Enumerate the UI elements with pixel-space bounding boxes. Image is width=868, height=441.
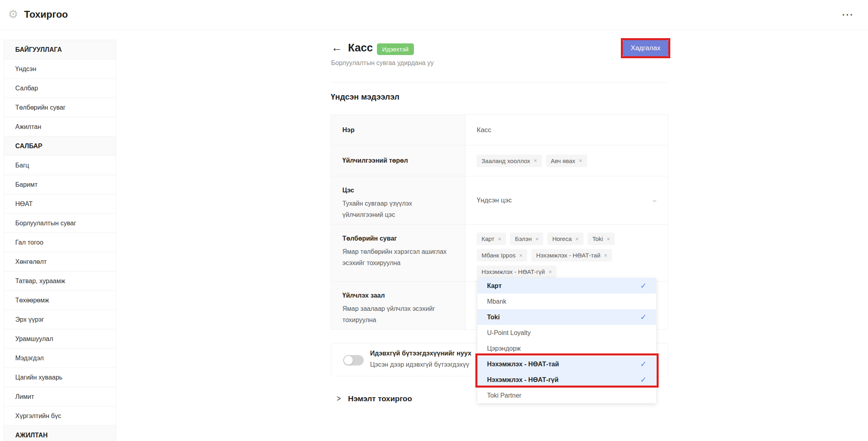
form-row-service-type: Үйлчилгээний төрөл Зааланд хооллох×Авч я… bbox=[331, 145, 668, 176]
menu-select-value[interactable]: Үндсэн цэс bbox=[477, 196, 512, 204]
sidebar-item[interactable]: Цагийн хуваарь bbox=[4, 368, 116, 387]
status-badge: Идэвхтэй bbox=[377, 43, 414, 55]
dropdown-option-label: Toki Partner bbox=[487, 392, 521, 399]
sidebar-item[interactable]: Борлуулалтын суваг bbox=[4, 214, 116, 233]
dropdown-option[interactable]: Цэрэндорж bbox=[477, 341, 656, 356]
save-annotation-box: Хадгалах bbox=[621, 38, 670, 58]
dropdown-option[interactable]: Нэхэмжлэх - НӨАТ-тай✓ bbox=[477, 356, 656, 372]
save-button[interactable]: Хадгалах bbox=[623, 40, 668, 56]
sidebar-item[interactable]: Эрх үүрэг bbox=[4, 310, 116, 329]
sidebar-item[interactable]: Урамшуулал bbox=[4, 329, 116, 349]
dropdown-option[interactable]: Toki Partner bbox=[477, 388, 656, 403]
tag-chip[interactable]: Бэлэн× bbox=[510, 233, 543, 245]
tag-chip[interactable]: Карт× bbox=[477, 233, 506, 245]
dropdown-option-label: Toki bbox=[487, 314, 500, 321]
sidebar-item[interactable]: Үндсэн bbox=[4, 59, 116, 79]
settings-sidebar: БАЙГУУЛЛАГАҮндсэнСалбарТөлбөрийн сувагАж… bbox=[4, 40, 116, 441]
page-subtitle: Борлуулалтын сувгаа удирдана уу bbox=[331, 59, 434, 67]
tag-label: Бэлэн bbox=[515, 235, 532, 242]
tag-label: Карт bbox=[481, 235, 494, 242]
close-icon[interactable]: × bbox=[519, 252, 522, 259]
sidebar-item[interactable]: Хүргэлтийн бүс bbox=[4, 406, 116, 426]
tag-chip[interactable]: Horeca× bbox=[547, 233, 583, 245]
form-row-name: Нэр Касс bbox=[331, 115, 668, 145]
tag-chip[interactable]: Нэхэмжлэх - НӨАТ-тай× bbox=[531, 249, 612, 261]
service-hall-description: Ямар заалаар үйлчлэх эсэхийг тохируулна bbox=[342, 303, 454, 326]
close-icon[interactable]: × bbox=[607, 236, 610, 242]
sidebar-section-header: АЖИЛТАН bbox=[4, 426, 116, 441]
tag-label: Зааланд хооллох bbox=[481, 157, 530, 164]
tag-chip[interactable]: Мбанк Ippos× bbox=[477, 249, 527, 261]
tag-label: Мбанк Ippos bbox=[481, 252, 516, 259]
additional-settings-label: Нэмэлт тохиргоо bbox=[348, 394, 412, 403]
close-icon[interactable]: × bbox=[579, 157, 582, 164]
sidebar-item[interactable]: Баримт bbox=[4, 175, 116, 194]
sidebar-item[interactable]: Салбар bbox=[4, 79, 116, 98]
name-value[interactable]: Касс bbox=[477, 126, 491, 134]
tag-chip[interactable]: Нэхэмжлэх - НӨАТ-гүй× bbox=[477, 265, 557, 278]
header-divider bbox=[331, 82, 668, 83]
sidebar-section-header: БАЙГУУЛЛАГА bbox=[4, 40, 116, 59]
hide-inactive-products-toggle[interactable] bbox=[343, 355, 364, 365]
sidebar-item[interactable]: Гал тогоо bbox=[4, 233, 116, 252]
close-icon[interactable]: × bbox=[498, 236, 501, 242]
payment-channel-label: Төлбөрийн суваг bbox=[342, 235, 454, 242]
tag-label: Нэхэмжлэх - НӨАТ-тай bbox=[536, 252, 600, 259]
tag-chip[interactable]: Toki× bbox=[588, 233, 615, 245]
menu-description: Тухайн сувгаар үзүүлэх үйлчилгээний цэс bbox=[342, 198, 454, 220]
close-icon[interactable]: × bbox=[604, 252, 607, 259]
page-title: Касс bbox=[348, 42, 373, 54]
close-icon[interactable]: × bbox=[534, 157, 537, 164]
close-icon[interactable]: × bbox=[549, 269, 552, 275]
service-type-label: Үйлчилгээний төрөл bbox=[342, 157, 408, 164]
additional-settings-expander[interactable]: > Нэмэлт тохиргоо bbox=[331, 394, 412, 403]
tag-label: Авч явах bbox=[551, 157, 575, 164]
sidebar-item[interactable]: Татвар, хураамж bbox=[4, 272, 116, 291]
dropdown-option-label: Нэхэмжлэх - НӨАТ-тай bbox=[487, 361, 559, 368]
check-icon: ✓ bbox=[640, 375, 647, 384]
sidebar-item[interactable]: Төлбөрийн суваг bbox=[4, 98, 116, 117]
check-icon: ✓ bbox=[640, 281, 647, 290]
expand-chevron-icon: > bbox=[337, 394, 341, 404]
tag-chip[interactable]: Авч явах× bbox=[546, 155, 587, 167]
sidebar-item[interactable]: Ажилтан bbox=[4, 117, 116, 137]
tag-label: Horeca bbox=[552, 235, 571, 242]
check-icon: ✓ bbox=[640, 312, 647, 322]
dropdown-option-label: Нэхэмжлэх - НӨАТ-гүй bbox=[487, 376, 559, 384]
dropdown-option[interactable]: Нэхэмжлэх - НӨАТ-гүй✓ bbox=[477, 372, 656, 388]
dropdown-option-label: Карт bbox=[487, 282, 502, 290]
section-heading: Үндсэн мэдээлэл bbox=[331, 92, 399, 102]
dropdown-option[interactable]: Карт✓ bbox=[477, 278, 656, 294]
app-title: Тохиргоо bbox=[24, 9, 68, 20]
close-icon[interactable]: × bbox=[535, 236, 538, 242]
tag-label: Toki bbox=[592, 235, 603, 242]
service-hall-label: Үйлчлэх заал bbox=[342, 292, 454, 299]
service-type-tags: Зааланд хооллох×Авч явах× bbox=[477, 155, 587, 167]
dropdown-option[interactable]: Toki✓ bbox=[477, 309, 656, 325]
sidebar-item[interactable]: Мэдэгдэл bbox=[4, 349, 116, 368]
check-icon: ✓ bbox=[640, 359, 647, 369]
tag-label: Нэхэмжлэх - НӨАТ-гүй bbox=[481, 268, 545, 275]
payment-channel-description: Ямар төлбөрийн хэрэгсэл ашиглах эсэхийг … bbox=[342, 246, 454, 269]
back-arrow-icon[interactable]: ← bbox=[331, 41, 342, 54]
settings-page: ⚙ Тохиргоо ⋯ БАЙГУУЛЛАГАҮндсэнСалбарТөлб… bbox=[0, 0, 868, 441]
name-label: Нэр bbox=[342, 127, 354, 134]
sidebar-item[interactable]: Хөнгөлөлт bbox=[4, 252, 116, 272]
sidebar-item[interactable]: Багц bbox=[4, 156, 116, 175]
sidebar-item[interactable]: Төхөөрөмж bbox=[4, 291, 116, 310]
toggle-knob bbox=[344, 356, 353, 365]
menu-label: Цэс bbox=[342, 187, 454, 194]
sidebar-item[interactable]: Лимит bbox=[4, 387, 116, 406]
tag-chip[interactable]: Зааланд хооллох× bbox=[477, 155, 542, 167]
more-menu-icon[interactable]: ⋯ bbox=[841, 7, 854, 21]
form-row-payment-channel: Төлбөрийн суваг Ямар төлбөрийн хэрэгсэл … bbox=[331, 225, 668, 282]
sidebar-section-header: САЛБАР bbox=[4, 137, 116, 156]
payment-channel-dropdown: Карт✓MbankToki✓U-Point LoyaltyЦэрэндоржН… bbox=[477, 278, 656, 403]
dropdown-option[interactable]: U-Point Loyalty bbox=[477, 325, 656, 341]
dropdown-option-label: Цэрэндорж bbox=[487, 345, 521, 352]
dropdown-option-label: Mbank bbox=[487, 298, 506, 305]
close-icon[interactable]: × bbox=[575, 236, 579, 242]
chevron-down-icon[interactable]: ⌄ bbox=[651, 194, 658, 204]
sidebar-item[interactable]: НӨАТ bbox=[4, 194, 116, 214]
dropdown-option[interactable]: Mbank bbox=[477, 294, 656, 309]
